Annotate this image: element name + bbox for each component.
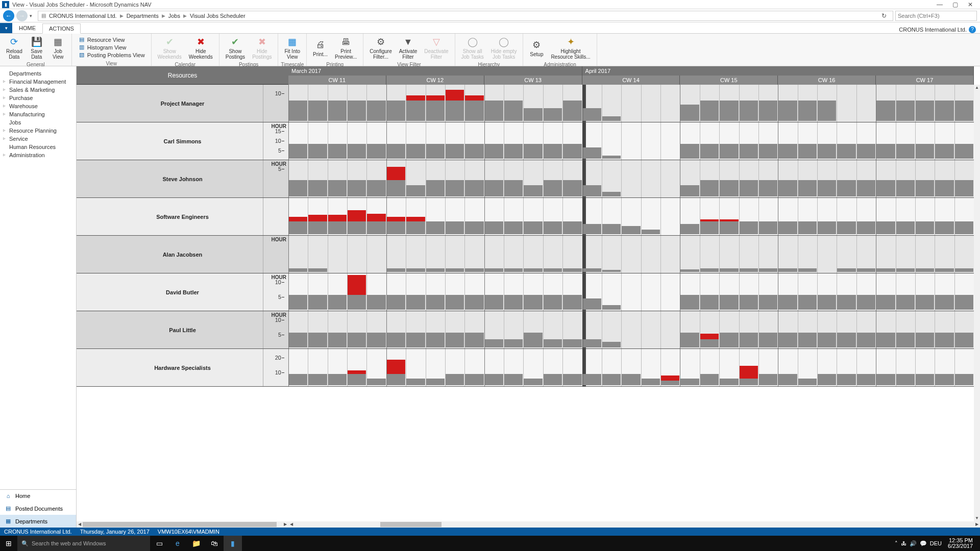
load-bar[interactable] bbox=[680, 224, 699, 234]
load-bar[interactable] bbox=[602, 270, 621, 272]
load-bar[interactable] bbox=[544, 180, 562, 196]
load-bar[interactable] bbox=[367, 221, 385, 234]
load-bar[interactable] bbox=[563, 295, 581, 310]
load-bar[interactable] bbox=[661, 381, 679, 385]
store-button[interactable]: 🛍 bbox=[205, 536, 224, 551]
timeline-row[interactable] bbox=[288, 122, 980, 160]
load-bar[interactable] bbox=[680, 269, 699, 272]
load-bar[interactable] bbox=[818, 221, 836, 234]
load-bar[interactable] bbox=[308, 268, 327, 272]
show-weekends-button[interactable]: ✔ShowWeekends bbox=[155, 35, 185, 61]
load-bar[interactable] bbox=[818, 333, 836, 347]
load-bar[interactable] bbox=[348, 221, 366, 234]
load-bar[interactable] bbox=[367, 180, 385, 196]
load-bar[interactable] bbox=[896, 101, 915, 121]
load-bar[interactable] bbox=[465, 180, 483, 196]
load-bar[interactable] bbox=[426, 268, 445, 272]
load-bar[interactable] bbox=[857, 333, 875, 347]
load-bar[interactable] bbox=[328, 295, 347, 310]
load-bar[interactable] bbox=[426, 180, 445, 196]
load-bar[interactable] bbox=[759, 295, 777, 310]
load-bar[interactable] bbox=[680, 333, 699, 347]
load-bar[interactable] bbox=[583, 374, 601, 385]
load-bar[interactable] bbox=[720, 295, 738, 310]
load-bar[interactable] bbox=[955, 333, 973, 347]
load-bar[interactable] bbox=[876, 221, 895, 234]
load-bar[interactable] bbox=[700, 268, 719, 272]
setup-button[interactable]: ⚙Setup bbox=[526, 38, 547, 58]
load-bar[interactable] bbox=[485, 101, 503, 121]
timeline-row[interactable] bbox=[288, 198, 980, 236]
navtree-item[interactable]: Departments bbox=[0, 69, 76, 78]
load-bar[interactable] bbox=[387, 221, 405, 234]
load-bar[interactable] bbox=[818, 101, 836, 121]
load-bar[interactable] bbox=[700, 374, 719, 385]
network-icon[interactable]: 🖧 bbox=[901, 540, 906, 546]
load-bar[interactable] bbox=[818, 144, 836, 159]
load-bar[interactable] bbox=[348, 101, 366, 121]
load-bar[interactable] bbox=[700, 221, 719, 234]
week-header[interactable]: CW 13 bbox=[484, 76, 582, 85]
help-icon[interactable]: ? bbox=[969, 26, 976, 33]
load-bar[interactable] bbox=[583, 339, 601, 347]
load-bar[interactable] bbox=[583, 147, 601, 159]
load-bar[interactable] bbox=[778, 101, 797, 121]
refresh-icon[interactable]: ↻ bbox=[878, 12, 890, 19]
load-bar[interactable] bbox=[759, 101, 777, 121]
load-bar[interactable] bbox=[563, 374, 581, 385]
load-bar[interactable] bbox=[955, 144, 973, 159]
load-bar[interactable] bbox=[406, 333, 425, 347]
load-bar[interactable] bbox=[955, 221, 973, 234]
load-bar[interactable] bbox=[367, 333, 385, 347]
load-bar[interactable] bbox=[837, 295, 855, 310]
breadcrumb-item-1[interactable]: Jobs bbox=[168, 13, 180, 19]
load-bar[interactable] bbox=[916, 180, 934, 196]
load-bar[interactable] bbox=[544, 108, 562, 121]
load-bar[interactable] bbox=[485, 221, 503, 234]
load-bar[interactable] bbox=[602, 305, 621, 310]
load-bar[interactable] bbox=[837, 180, 855, 196]
load-bar[interactable] bbox=[524, 144, 542, 159]
load-bar[interactable] bbox=[387, 333, 405, 347]
load-bar[interactable] bbox=[289, 333, 307, 347]
load-bar[interactable] bbox=[857, 180, 875, 196]
overload-bar[interactable] bbox=[348, 210, 366, 221]
load-bar[interactable] bbox=[387, 268, 405, 272]
load-bar[interactable] bbox=[348, 333, 366, 347]
load-bar[interactable] bbox=[680, 105, 699, 121]
week-header[interactable]: CW 11 bbox=[288, 76, 386, 85]
load-bar[interactable] bbox=[446, 221, 464, 234]
load-bar[interactable] bbox=[837, 333, 855, 347]
load-bar[interactable] bbox=[778, 295, 797, 310]
week-header[interactable]: CW 12 bbox=[386, 76, 484, 85]
resource-row[interactable]: Carl SimmonsHOUR51015 bbox=[77, 122, 288, 160]
load-bar[interactable] bbox=[857, 144, 875, 159]
scroll-right-icon[interactable]: ▶ bbox=[282, 521, 288, 528]
load-bar[interactable] bbox=[935, 101, 953, 121]
load-bar[interactable] bbox=[446, 333, 464, 347]
posting-problems-button[interactable]: ▧Posting Problems View bbox=[77, 51, 146, 59]
navtree-item[interactable]: Financial Management bbox=[0, 78, 76, 86]
load-bar[interactable] bbox=[289, 221, 307, 234]
task-view-button[interactable]: ▭ bbox=[150, 536, 168, 551]
load-bar[interactable] bbox=[563, 339, 581, 347]
breadcrumb-item-2[interactable]: Visual Jobs Scheduler bbox=[190, 13, 246, 19]
load-bar[interactable] bbox=[700, 101, 719, 121]
load-bar[interactable] bbox=[583, 108, 601, 121]
load-bar[interactable] bbox=[778, 144, 797, 159]
overload-bar[interactable] bbox=[308, 215, 327, 221]
start-button[interactable]: ⊞ bbox=[0, 536, 17, 551]
overload-bar[interactable] bbox=[348, 275, 366, 295]
load-bar[interactable] bbox=[876, 268, 895, 272]
load-bar[interactable] bbox=[348, 295, 366, 310]
load-bar[interactable] bbox=[935, 221, 953, 234]
load-bar[interactable] bbox=[524, 185, 542, 196]
load-bar[interactable] bbox=[426, 101, 445, 121]
load-bar[interactable] bbox=[778, 268, 797, 272]
load-bar[interactable] bbox=[720, 101, 738, 121]
load-bar[interactable] bbox=[544, 374, 562, 385]
load-bar[interactable] bbox=[524, 108, 542, 121]
overload-bar[interactable] bbox=[387, 360, 405, 374]
load-bar[interactable] bbox=[426, 333, 445, 347]
load-bar[interactable] bbox=[583, 268, 601, 272]
